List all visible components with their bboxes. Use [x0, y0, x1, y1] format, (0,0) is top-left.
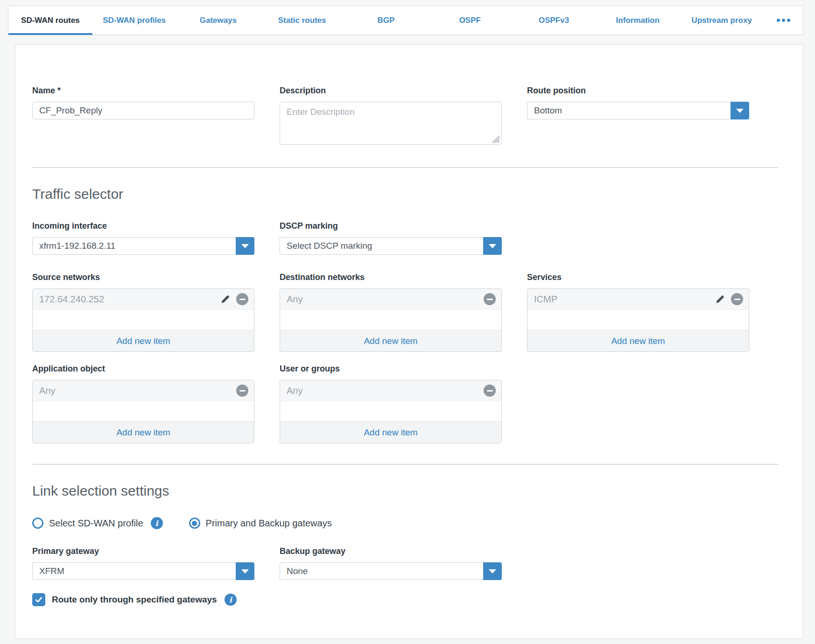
- radio-selected-icon: [189, 518, 200, 529]
- gateway-row: Primary gateway XFRM Backup gateway None: [32, 546, 779, 580]
- ellipsis-icon: [782, 19, 785, 22]
- route-position-label: Route position: [527, 86, 749, 96]
- add-new-item-button[interactable]: Add new item: [33, 421, 254, 443]
- chevron-down-icon: [241, 244, 249, 248]
- description-label: Description: [280, 86, 502, 96]
- description-field-group: Description: [280, 86, 502, 147]
- list-item: Any: [280, 289, 501, 310]
- route-position-dropdown-button[interactable]: [731, 102, 749, 119]
- tab-label: BGP: [378, 16, 395, 25]
- tab-label: Upstream proxy: [691, 16, 752, 25]
- ellipsis-icon: [777, 19, 780, 22]
- dscp-marking-value: Select DSCP marking: [280, 237, 483, 255]
- name-input[interactable]: [32, 102, 254, 119]
- tab-label: SD-WAN routes: [21, 16, 80, 25]
- chevron-down-icon: [489, 244, 496, 248]
- tab-information[interactable]: Information: [596, 6, 680, 35]
- add-new-item-button[interactable]: Add new item: [280, 421, 501, 443]
- remove-minus-icon[interactable]: [484, 385, 496, 397]
- name-field-group: Name *: [32, 86, 254, 119]
- tab-static-routes[interactable]: Static routes: [260, 6, 344, 35]
- interface-dscp-row: Incoming interface xfrm1-192.168.2.11 DS…: [32, 221, 779, 255]
- tab-label: SD-WAN profiles: [103, 16, 166, 25]
- radio-select-sdwan-profile[interactable]: Select SD-WAN profile: [32, 518, 143, 529]
- destination-networks-list: Any Add new item: [280, 288, 502, 352]
- services-field-group: Services ICMP Add new item: [527, 273, 749, 352]
- list-item-text: Any: [287, 294, 478, 305]
- traffic-selector-heading: Traffic selector: [32, 186, 779, 203]
- primary-gateway-value: XFRM: [32, 562, 236, 580]
- incoming-interface-dropdown[interactable]: xfrm1-192.168.2.11: [32, 237, 254, 255]
- more-tabs-button[interactable]: [764, 6, 803, 35]
- primary-gateway-field-group: Primary gateway XFRM: [32, 546, 254, 580]
- destination-networks-field-group: Destination networks Any Add new item: [280, 273, 502, 352]
- info-icon[interactable]: i: [225, 594, 237, 606]
- route-only-checkbox-label: Route only through specified gateways: [52, 595, 217, 605]
- section-divider: [32, 464, 779, 465]
- remove-minus-icon[interactable]: [236, 385, 248, 397]
- route-position-dropdown[interactable]: Bottom: [527, 102, 749, 119]
- destination-networks-label: Destination networks: [280, 273, 502, 282]
- backup-gateway-field-group: Backup gateway None: [280, 546, 502, 580]
- primary-gateway-dropdown[interactable]: XFRM: [32, 562, 254, 580]
- application-users-row: Application object Any Add new item User…: [32, 364, 779, 443]
- link-selection-radio-group: Select SD-WAN profile i Primary and Back…: [32, 517, 779, 529]
- tab-sdwan-routes[interactable]: SD-WAN routes: [8, 6, 92, 35]
- remove-minus-icon[interactable]: [731, 293, 743, 305]
- tab-gateways[interactable]: Gateways: [176, 6, 260, 35]
- services-label: Services: [527, 273, 749, 282]
- list-empty-area: [33, 310, 254, 330]
- dscp-marking-dropdown-button[interactable]: [483, 237, 502, 255]
- list-empty-area: [33, 401, 254, 421]
- list-empty-area: [527, 310, 749, 330]
- user-or-groups-field-group: User or groups Any Add new item: [280, 364, 502, 443]
- incoming-interface-label: Incoming interface: [32, 221, 254, 231]
- services-list: ICMP Add new item: [527, 288, 749, 352]
- description-textarea-wrap: [280, 102, 502, 147]
- add-new-item-button[interactable]: Add new item: [527, 330, 749, 351]
- list-empty-area: [280, 401, 501, 421]
- checked-checkbox-icon[interactable]: [32, 593, 45, 606]
- list-item: ICMP: [527, 289, 749, 310]
- application-object-label: Application object: [32, 364, 254, 374]
- remove-minus-icon[interactable]: [236, 293, 248, 305]
- list-item-text: Any: [287, 385, 478, 396]
- dscp-marking-label: DSCP marking: [280, 221, 502, 231]
- backup-gateway-dropdown[interactable]: None: [280, 562, 502, 580]
- incoming-interface-field-group: Incoming interface xfrm1-192.168.2.11: [32, 221, 254, 255]
- source-networks-label: Source networks: [32, 273, 254, 282]
- primary-gateway-label: Primary gateway: [32, 546, 254, 556]
- user-or-groups-list: Any Add new item: [280, 380, 502, 443]
- radio-primary-backup-gateways[interactable]: Primary and Backup gateways: [189, 518, 332, 529]
- list-item: Any: [280, 380, 501, 401]
- incoming-interface-dropdown-button[interactable]: [236, 237, 254, 255]
- tab-sdwan-profiles[interactable]: SD-WAN profiles: [92, 6, 176, 35]
- backup-gateway-value: None: [280, 562, 483, 580]
- application-object-list: Any Add new item: [32, 380, 254, 443]
- dscp-marking-dropdown[interactable]: Select DSCP marking: [280, 237, 502, 255]
- tab-ospf[interactable]: OSPF: [428, 6, 512, 35]
- backup-gateway-dropdown-button[interactable]: [483, 562, 502, 580]
- primary-gateway-dropdown-button[interactable]: [236, 562, 254, 580]
- tab-label: Gateways: [200, 16, 237, 25]
- tab-bgp[interactable]: BGP: [344, 6, 428, 35]
- remove-minus-icon[interactable]: [484, 293, 496, 305]
- tab-ospfv3[interactable]: OSPFv3: [512, 6, 596, 35]
- radio-label: Primary and Backup gateways: [206, 518, 332, 529]
- edit-pencil-icon[interactable]: [220, 294, 231, 304]
- general-settings-row: Name * Description Route position Bottom: [32, 86, 779, 147]
- add-new-item-button[interactable]: Add new item: [280, 330, 501, 351]
- list-item-text: ICMP: [534, 294, 710, 305]
- route-position-value: Bottom: [527, 102, 731, 119]
- description-textarea[interactable]: [280, 102, 502, 145]
- application-object-field-group: Application object Any Add new item: [32, 364, 254, 443]
- edit-pencil-icon[interactable]: [715, 294, 725, 304]
- info-icon[interactable]: i: [151, 517, 163, 529]
- add-new-item-button[interactable]: Add new item: [33, 330, 254, 351]
- backup-gateway-label: Backup gateway: [280, 546, 502, 556]
- resize-handle-icon[interactable]: [492, 135, 500, 143]
- list-empty-area: [280, 310, 501, 330]
- tab-upstream-proxy[interactable]: Upstream proxy: [680, 6, 764, 35]
- tab-label: OSPF: [459, 16, 481, 25]
- radio-label: Select SD-WAN profile: [49, 518, 143, 529]
